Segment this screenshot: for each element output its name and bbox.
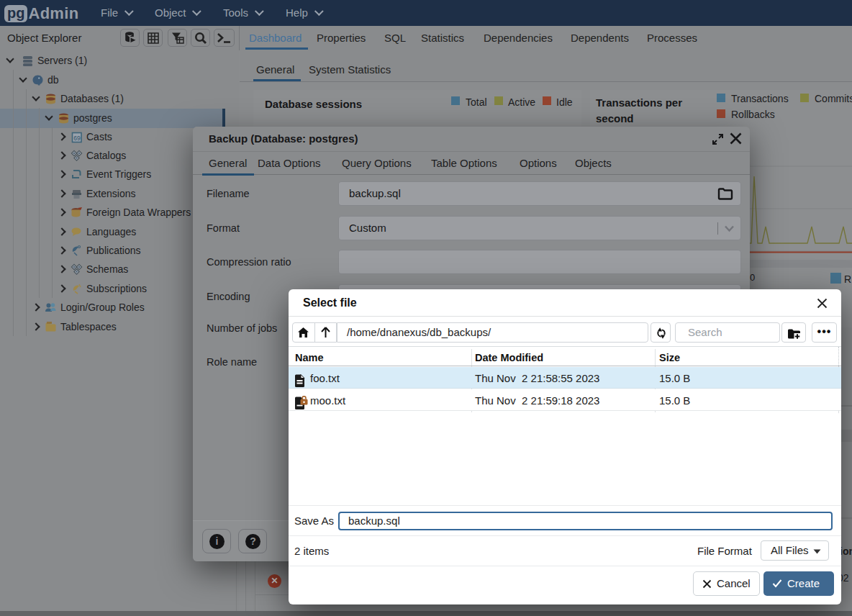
svg-text:69: 69 bbox=[73, 135, 81, 142]
